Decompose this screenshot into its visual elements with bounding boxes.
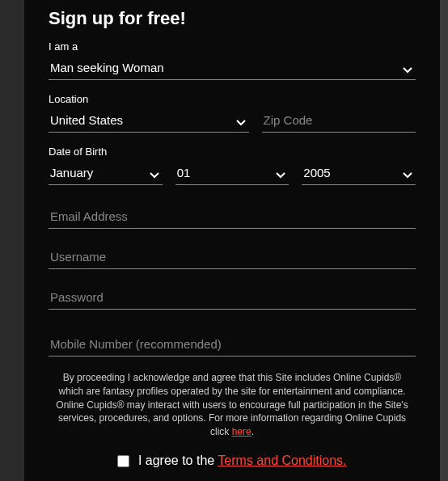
dob-year-select[interactable]: 2005: [302, 162, 416, 185]
seeking-select[interactable]: Man seeking Woman: [49, 57, 416, 80]
agree-checkbox[interactable]: [117, 455, 129, 467]
zip-input[interactable]: [262, 110, 416, 133]
right-edge-decoration: [440, 0, 448, 481]
disclaimer-here-link[interactable]: here: [232, 426, 251, 437]
terms-link[interactable]: Terms and Conditions.: [218, 454, 346, 467]
page-title: Sign up for free!: [49, 8, 416, 29]
agree-text: I agree to the: [138, 454, 218, 467]
disclaimer-text: By proceeding I acknowledge and agree th…: [49, 371, 416, 439]
username-input[interactable]: [49, 245, 416, 269]
location-label: Location: [49, 93, 416, 105]
email-input[interactable]: [49, 205, 416, 229]
dob-label: Date of Birth: [49, 146, 416, 158]
dob-month-select[interactable]: January: [49, 162, 163, 185]
mobile-input[interactable]: [49, 334, 416, 357]
dob-day-select[interactable]: 01: [175, 162, 290, 185]
password-input[interactable]: [49, 285, 416, 310]
iam-label: I am a: [49, 40, 416, 53]
agree-row: I agree to the Terms and Conditions.: [49, 454, 416, 468]
country-select[interactable]: United States: [49, 110, 249, 133]
